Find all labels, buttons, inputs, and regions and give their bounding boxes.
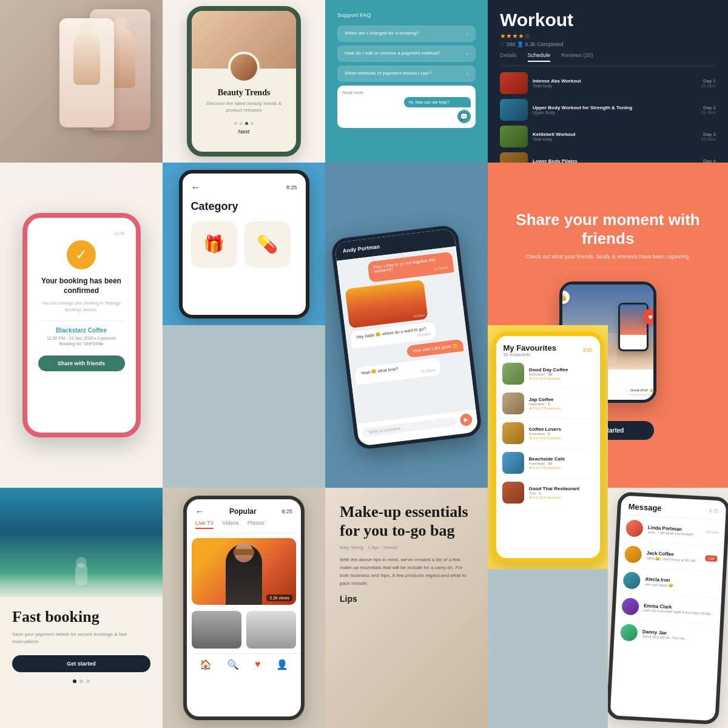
- msg-recv-2: Yeah 😊 what time? 11:52pm: [355, 358, 441, 385]
- fav-name-5: Good Thai Restaurant: [529, 486, 594, 491]
- beauty-next[interactable]: Next: [238, 129, 250, 135]
- fav-item-5[interactable]: Good Thai Restaurant Thai · $ ★ 4.9 (270…: [496, 478, 600, 507]
- fav-edit[interactable]: Edit: [583, 347, 593, 353]
- fav-title: My Favourites: [504, 343, 556, 352]
- fav-name-4: Beachside Cafe: [529, 456, 594, 462]
- beauty-subtitle: Discover the latest beauty trends & prod…: [200, 100, 288, 113]
- fav-item-3[interactable]: Coffee Lovers Australian · $ ★ 4.9 (270 …: [496, 419, 600, 448]
- fast-booking-btn[interactable]: Get started: [12, 655, 150, 672]
- fav-item-4[interactable]: Beachside Cafe Australian · $$ ★ 4.9 (27…: [496, 448, 600, 478]
- workout-tab-details[interactable]: Details: [500, 52, 517, 62]
- workout-cat-2: Upper Body: [533, 110, 696, 115]
- tv-tab-live[interactable]: Live TV: [195, 520, 214, 529]
- fav-rating-3: ★ 4.9 (270 reviews): [529, 436, 594, 440]
- category-title: Category: [191, 200, 297, 213]
- fav-rating-5: ★ 4.9 (270 reviews): [529, 495, 594, 499]
- faq-arrow-1: ›: [467, 30, 468, 37]
- makeup-text: With the above tips in mind, we've creat…: [340, 556, 473, 587]
- category-item-pill[interactable]: 💊: [244, 221, 291, 268]
- heart-badge: ♥: [642, 309, 656, 325]
- fast-booking-title: Fast booking: [12, 608, 150, 626]
- fav-name-2: Jap Coffee: [529, 397, 594, 402]
- workout-panel: Workout ★★★★☆ ♡ 280 👤 6.3k Completed Det…: [488, 0, 728, 163]
- share-title: Share your moment with friends: [502, 211, 713, 248]
- booking-subtitle: You can manage your booking in 'Manage B…: [38, 300, 125, 313]
- check-icon: ✓: [67, 240, 96, 269]
- workout-cat-1: Total body: [533, 84, 696, 88]
- category-time: 8:25: [286, 184, 297, 190]
- faq-text-1: When am I charged for a booking?: [345, 30, 467, 36]
- tv-views: 3.2k views: [266, 595, 292, 601]
- fav-rating-1: ★ 4.9 (270 reviews): [529, 376, 594, 380]
- faq-panel: Support FAQ When am I charged for a book…: [325, 0, 488, 163]
- comment-card: Great shot! 👍: [627, 386, 656, 394]
- faq-heading: Support FAQ: [337, 12, 476, 18]
- fav-item-2[interactable]: Jap Coffee Australian · $ ★ 4.9 (270 rev…: [496, 389, 600, 419]
- tv-time: 8:25: [281, 508, 292, 514]
- workout-name-4: Lower Body Pilates: [533, 158, 696, 163]
- category-back[interactable]: ←: [191, 182, 201, 193]
- tv-back[interactable]: ←: [195, 507, 204, 516]
- workout-name-2: Upper Body Workout for Strength & Toning: [533, 105, 696, 110]
- fav-name-1: Good Day Coffee: [529, 367, 594, 372]
- msg-list-item-5[interactable]: Danny Jae Great Sho will do. Text me...: [613, 619, 720, 650]
- faq-arrow-3: ›: [467, 70, 468, 77]
- faq-item-3[interactable]: What methods of payment should I use? ›: [337, 66, 476, 82]
- workout-item-1: Intense Abs Workout Total body Day 1 20 …: [500, 72, 716, 94]
- faq-read-more[interactable]: Read more: [342, 90, 471, 95]
- fast-booking-subtitle: Save your payment details for secure boo…: [12, 631, 150, 645]
- share-subtitle: Check out what your friends, family & in…: [525, 253, 690, 261]
- faq-item-1[interactable]: When am I charged for a booking? ›: [337, 25, 476, 42]
- fav-rating-2: ★ 4.9 (270 reviews): [529, 406, 594, 410]
- send-button[interactable]: ▶: [459, 413, 473, 426]
- workout-item-4: Lower Body Pilates Total body Day 4 20 m…: [500, 152, 716, 163]
- fashion-panel: [0, 0, 163, 163]
- faq-item-2[interactable]: How do I edit or remove a payment method…: [337, 46, 476, 62]
- support-icon: 💬: [457, 110, 471, 123]
- msg-call-btn[interactable]: Call: [704, 555, 717, 562]
- workout-dur-2: 20 mins: [701, 110, 716, 115]
- makeup-panel: Make-up essentials for you to-go bag Kat…: [325, 488, 488, 728]
- booking-confirmed-title: Your booking has been confirmed: [38, 277, 125, 295]
- nav-search[interactable]: 🔍: [227, 659, 239, 670]
- makeup-detail: 1 Apr · Trends: [368, 545, 398, 550]
- msg-sent-2: Nice one! Let's gooo 😊: [406, 339, 463, 358]
- tv-tab-videos[interactable]: Videos: [222, 520, 238, 529]
- makeup-title: Make-up essentials for you to-go bag: [340, 502, 473, 540]
- workout-item-3: Kettlebell Workout Total body Day 3 20 m…: [500, 126, 716, 147]
- msg-time: 8:25: [709, 508, 718, 514]
- workout-day-1: Day 1: [701, 78, 716, 84]
- tv-tab-photos[interactable]: Photos: [248, 520, 265, 529]
- fav-rating-4: ★ 4.9 (270 reviews): [529, 465, 594, 470]
- faq-text-2: How do I edit or remove a payment method…: [345, 50, 467, 56]
- faq-arrow-2: ›: [467, 50, 468, 57]
- fav-count: 80 restaurants: [504, 352, 556, 357]
- fav-item-1[interactable]: Good Day Coffee Dalmatian · $$ ★ 4.9 (27…: [496, 359, 600, 389]
- nav-user[interactable]: 👤: [276, 659, 288, 670]
- msg-sent-1: Hey, u free to go out together this week…: [367, 252, 454, 283]
- msg-time-1: 23 mins: [706, 530, 718, 534]
- faq-text-3: What methods of payment should I use?: [345, 70, 467, 76]
- workout-stars: ★★★★☆: [500, 32, 716, 40]
- message-panel: Message 8:25 Linda Portman sure...I will…: [608, 488, 728, 728]
- workout-name-3: Kettlebell Workout: [533, 132, 696, 137]
- faq-chat-bubble: Hi, how can we help?: [404, 97, 471, 107]
- workout-stats: ♡ 280 👤 6.3k Completed: [500, 41, 716, 47]
- workout-tab-schedule[interactable]: Schedule: [528, 52, 551, 62]
- workout-title: Workout: [500, 10, 716, 30]
- makeup-subhead: Lips: [340, 594, 473, 604]
- booking-panel: 12:30 ✓ Your booking has been confirmed …: [0, 163, 163, 488]
- workout-tab-reviews[interactable]: Reviews (20): [561, 52, 593, 62]
- booking-venue: Blackstarz Coffee: [56, 327, 107, 334]
- booking-share-btn[interactable]: Share with friends: [38, 356, 125, 371]
- beauty-title: Beauty Trends: [200, 88, 288, 98]
- tv-title: Popular: [229, 507, 257, 516]
- nav-heart[interactable]: ♥: [255, 659, 261, 670]
- category-panel: ← 8:25 Category 🎁 💊: [163, 163, 325, 325]
- workout-day-3: Day 3: [701, 132, 716, 137]
- workout-day-4: Day 4: [701, 158, 716, 163]
- msg-photo: 10:34pm: [345, 280, 428, 328]
- nav-home[interactable]: 🏠: [200, 659, 212, 670]
- booking-no: Booking No. GHF349la: [59, 342, 103, 346]
- category-item-gift[interactable]: 🎁: [191, 221, 237, 268]
